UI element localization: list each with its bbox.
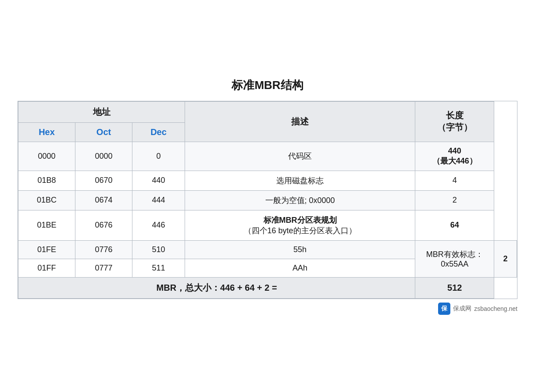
cell-desc: 代码区 (185, 142, 415, 171)
cell-dec: 0 (132, 142, 185, 171)
cell-dec: 511 (132, 259, 185, 277)
footer-label: MBR，总大小：446 + 64 + 2 = (18, 277, 415, 298)
header-length-unit: （字节） (437, 122, 472, 132)
mbr-valid-label-line2: 0x55AA (419, 260, 490, 269)
cell-len: 4 (415, 171, 494, 190)
mbr-table-wrapper: 地址 描述 长度 （字节） Hex Oct Dec 0000 0000 0 代码… (18, 101, 517, 299)
cell-sub-desc: AAh (185, 259, 415, 277)
table-row: 01B8 0670 440 选用磁盘标志 4 (18, 171, 517, 190)
table-row: 01BC 0674 444 一般为空值; 0x0000 2 (18, 190, 517, 210)
header-hex: Hex (18, 122, 75, 142)
cell-hex: 01BE (18, 210, 75, 240)
cell-hex: 01FF (18, 259, 75, 277)
cell-desc: 选用磁盘标志 (185, 171, 415, 190)
cell-desc-partition: 标准MBR分区表规划 （四个16 byte的主分区表入口） (185, 210, 415, 240)
len-line1: 440 (448, 146, 461, 155)
brand-url: zsbaocheng.net (474, 305, 517, 312)
cell-oct: 0777 (75, 259, 132, 277)
header-length: 长度 （字节） (415, 101, 494, 142)
cell-oct: 0000 (75, 142, 132, 171)
len-line2: （最大446） (432, 157, 477, 165)
mbr-table: 地址 描述 长度 （字节） Hex Oct Dec 0000 0000 0 代码… (18, 101, 517, 299)
footer-row: MBR，总大小：446 + 64 + 2 = 512 (18, 277, 517, 298)
brand-name: 保成网 (453, 305, 471, 313)
brand-icon: 保 (438, 303, 450, 315)
brand-footer: 保 保成网 zsbaocheng.net (18, 303, 517, 315)
cell-dec: 510 (132, 240, 185, 259)
header-description: 描述 (185, 101, 415, 142)
cell-oct: 0776 (75, 240, 132, 259)
header-dec: Dec (132, 122, 185, 142)
cell-hex: 01FE (18, 240, 75, 259)
footer-value: 512 (415, 277, 494, 298)
cell-len: 440 （最大446） (415, 142, 494, 171)
partition-subtitle: （四个16 byte的主分区表入口） (189, 225, 411, 236)
cell-dec: 444 (132, 190, 185, 210)
cell-desc-mbr-valid: MBR有效标志：0x55AA (415, 240, 494, 277)
page-title: 标准MBR结构 (232, 78, 303, 93)
cell-sub-desc: 55h (185, 240, 415, 259)
cell-len-mbr-valid: 2 (494, 240, 517, 277)
table-row: 01BE 0676 446 标准MBR分区表规划 （四个16 byte的主分区表… (18, 210, 517, 240)
cell-dec: 446 (132, 210, 185, 240)
header-oct: Oct (75, 122, 132, 142)
cell-oct: 0676 (75, 210, 132, 240)
table-row: 0000 0000 0 代码区 440 （最大446） (18, 142, 517, 171)
cell-hex: 01B8 (18, 171, 75, 190)
cell-desc: 一般为空值; 0x0000 (185, 190, 415, 210)
cell-len: 2 (415, 190, 494, 210)
mbr-valid-label-line1: MBR有效标志： (419, 249, 490, 260)
header-row-address: 地址 描述 长度 （字节） (18, 101, 517, 122)
table-row-mbr-valid-1: 01FE 0776 510 55h MBR有效标志：0x55AA2 (18, 240, 517, 259)
header-length-label: 长度 (446, 110, 464, 120)
cell-hex: 01BC (18, 190, 75, 210)
cell-oct: 0674 (75, 190, 132, 210)
cell-dec: 440 (132, 171, 185, 190)
header-address: 地址 (18, 101, 185, 122)
cell-hex: 0000 (18, 142, 75, 171)
cell-oct: 0670 (75, 171, 132, 190)
cell-len: 64 (415, 210, 494, 240)
partition-title: 标准MBR分区表规划 (189, 215, 411, 225)
